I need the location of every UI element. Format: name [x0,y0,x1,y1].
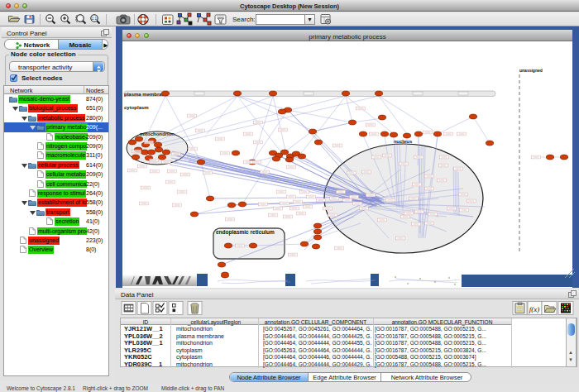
svg-text:endoplasmic reticulum: endoplasmic reticulum [216,229,275,236]
svg-text:1:1: 1:1 [92,17,98,21]
svg-text:mitochondrion: mitochondrion [140,131,175,136]
svg-text:unassigned: unassigned [519,68,543,73]
svg-text:cytoplasm: cytoplasm [124,105,149,110]
svg-text:nucleus: nucleus [394,139,413,144]
svg-text:f(x): f(x) [529,305,540,313]
